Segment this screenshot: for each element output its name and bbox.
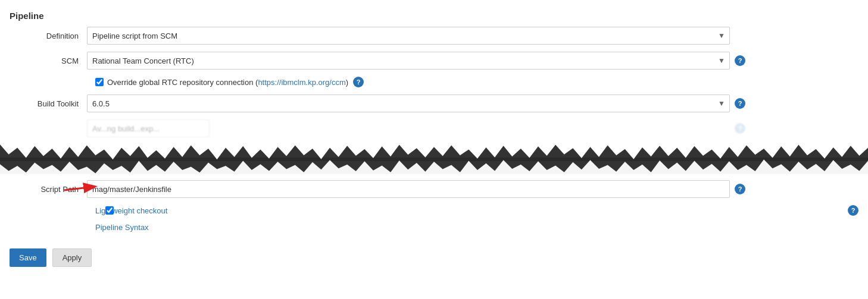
scm-row: SCM None Git Rational Team Concert (RTC)… [10, 52, 858, 70]
definition-select[interactable]: Pipeline script Pipeline script from SCM [87, 27, 730, 45]
build-toolkit-label: Build Toolkit [10, 99, 87, 108]
scm-help-icon[interactable]: ? [735, 55, 745, 66]
torn-edge [0, 144, 868, 174]
definition-row: Definition Pipeline script Pipeline scri… [10, 27, 858, 45]
scm-select-wrapper: None Git Rational Team Concert (RTC) Sub… [87, 52, 730, 70]
script-path-row: Script Path ? [10, 180, 858, 198]
blurred-select-wrapper [87, 119, 730, 137]
definition-label: Definition [10, 32, 87, 40]
pipeline-syntax-container: Pipeline Syntax [10, 223, 858, 232]
build-toolkit-select-wrapper: 6.0.5 6.0.4 6.0.3 ▼ [87, 95, 730, 112]
override-label: Override global RTC repository connectio… [107, 78, 348, 87]
script-path-input[interactable] [87, 180, 730, 198]
lightweight-checkout-row: Lightweight checkout ? [10, 205, 858, 216]
pipeline-syntax-link[interactable]: Pipeline Syntax [95, 223, 149, 232]
override-checkbox[interactable] [95, 78, 104, 86]
form-section: Definition Pipeline script Pipeline scri… [0, 27, 868, 137]
red-arrow-icon [63, 182, 99, 196]
build-toolkit-help-icon[interactable]: ? [735, 98, 745, 109]
apply-button[interactable]: Apply [52, 248, 92, 267]
blurred-help-icon: ? [735, 123, 745, 134]
scm-select[interactable]: None Git Rational Team Concert (RTC) Sub… [87, 52, 730, 70]
script-path-input-wrapper [87, 180, 730, 198]
override-link[interactable]: https://ibmclm.kp.org/ccm [258, 78, 345, 87]
override-help-icon[interactable]: ? [353, 77, 364, 87]
lightweight-checkout-help-icon[interactable]: ? [848, 205, 858, 216]
override-row: Override global RTC repository connectio… [10, 77, 858, 87]
blurred-input [87, 119, 210, 137]
definition-select-wrapper: Pipeline script Pipeline script from SCM… [87, 27, 730, 45]
blurred-row: ? [10, 119, 858, 137]
scm-label: SCM [10, 56, 87, 65]
lower-form: Script Path ? Lightweight checkout ? [0, 180, 868, 232]
page-container: Pipeline Definition Pipeline script Pipe… [0, 0, 868, 299]
script-path-help-icon[interactable]: ? [735, 184, 745, 194]
lightweight-checkout-checkbox[interactable] [105, 206, 114, 215]
svg-line-1 [64, 187, 94, 190]
build-toolkit-row: Build Toolkit 6.0.5 6.0.4 6.0.3 ▼ ? [10, 95, 858, 112]
page-title: Pipeline [0, 6, 868, 27]
save-button[interactable]: Save [10, 248, 46, 267]
torn-middle [0, 158, 868, 161]
build-toolkit-select[interactable]: 6.0.5 6.0.4 6.0.3 [87, 95, 730, 112]
bottom-buttons: Save Apply [0, 241, 868, 274]
